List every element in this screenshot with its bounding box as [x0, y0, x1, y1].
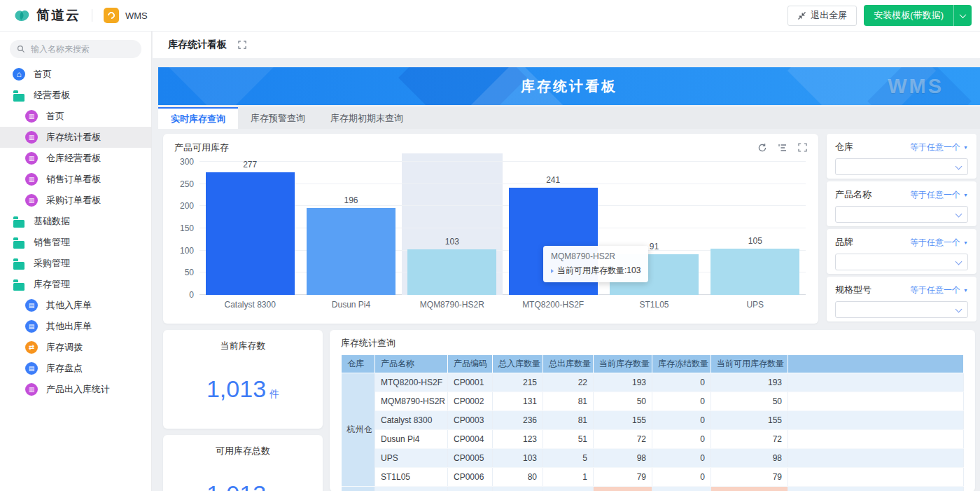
y-tick-label: 250	[167, 179, 194, 189]
filter-operator-link[interactable]: 等于任意一个▼	[910, 284, 968, 296]
stat-card-current-stock: 当前库存数 1,013件	[163, 330, 323, 429]
sidebar-item[interactable]: 仓库经营看板	[0, 148, 151, 169]
table-header-cell: 库存冻结数量	[652, 355, 711, 373]
sidebar-item[interactable]: 产品出入库统计	[0, 379, 151, 400]
sidebar-item[interactable]: 库存盘点	[0, 358, 151, 379]
fullscreen-expand-icon[interactable]	[238, 41, 246, 49]
chart-card: 产品可用库存 27719610324191105 050100150200250	[163, 134, 818, 324]
page-title-bar: 库存统计看板	[153, 32, 980, 58]
refresh-icon[interactable]	[757, 143, 767, 153]
sort-settings-icon[interactable]	[778, 143, 788, 153]
table-header-cell: 总入库数量	[493, 355, 543, 373]
stat-label: 当前库存数	[163, 340, 323, 352]
sidebar-item[interactable]: 库存调拨	[0, 337, 151, 358]
table-cell: 98	[711, 448, 788, 467]
filter-operator-link[interactable]: 等于任意一个▼	[910, 237, 968, 249]
sidebar-item[interactable]: 采购订单看板	[0, 190, 151, 211]
table-cell: 81	[543, 410, 594, 429]
filter-select[interactable]	[835, 206, 968, 223]
filter-label: 规格型号	[835, 284, 872, 296]
inventory-table: 仓库产品名称产品编码总入库数量总出库数量当前库存数量库存冻结数量当前可用库存数量…	[341, 355, 964, 491]
sidebar-search[interactable]	[10, 40, 141, 58]
page-title: 库存统计看板	[168, 39, 227, 51]
triangle-down-icon: ▼	[963, 145, 968, 150]
sidebar-item[interactable]: 其他出库单	[0, 316, 151, 337]
dashboard-icon	[25, 194, 38, 207]
bar-value-label: 105	[705, 236, 806, 246]
sidebar-item-label: 其他入库单	[46, 299, 92, 312]
sidebar-item-label: 首页	[34, 68, 52, 81]
table-row[interactable]: UPSCP0005103598098	[342, 448, 964, 467]
stat-label: 可用库存总数	[163, 445, 323, 457]
table-row[interactable]: 无锡仓MTQ8200-HS2FCP0001995148048	[342, 486, 964, 491]
banner-watermark: WMS	[888, 75, 944, 98]
tab-active[interactable]: 实时库存查询	[158, 107, 238, 129]
table-row[interactable]: ST1L05CP000680179079	[342, 467, 964, 486]
folder-icon	[13, 236, 25, 249]
warehouse-cell: 杭州仓	[342, 373, 375, 486]
sidebar-item[interactable]: 销售管理	[0, 232, 151, 253]
brand-name: 简道云	[36, 6, 80, 25]
table-cell-empty	[788, 392, 964, 410]
bar-slot[interactable]: 196	[300, 153, 401, 295]
stat-number: 1,013	[206, 480, 266, 491]
tab-inactive[interactable]: 库存预警查询	[238, 107, 318, 129]
sidebar-item[interactable]: 首页	[0, 106, 151, 127]
stat-value: 1,013件	[163, 480, 323, 491]
table-row[interactable]: Catalyst 8300CP0003236811550155	[342, 410, 964, 429]
table-row[interactable]: MQM8790-HS2RCP00021318150050	[342, 392, 964, 410]
filter-select[interactable]	[835, 158, 968, 175]
sidebar-item[interactable]: 首页	[0, 64, 151, 85]
filter-select[interactable]	[835, 254, 968, 270]
form-icon	[25, 299, 38, 312]
table-cell: 155	[594, 410, 652, 429]
bar-slot[interactable]: 277	[200, 153, 300, 295]
sidebar-item[interactable]: 采购管理	[0, 253, 151, 274]
table-cell: 51	[543, 429, 594, 448]
chevron-down-icon	[955, 258, 962, 265]
table-cell: 50	[594, 392, 652, 410]
exit-fullscreen-label: 退出全屏	[811, 9, 847, 22]
sidebar-item[interactable]: 其他入库单	[0, 295, 151, 316]
workspace-app-icon	[104, 8, 119, 23]
sidebar-item-label: 库存统计看板	[46, 131, 101, 144]
install-template-split-button[interactable]: 安装模板(带数据)	[864, 5, 972, 26]
bar-value-label: 196	[300, 195, 401, 205]
table-row[interactable]: 杭州仓MTQ8200-HS2FCP0001215221930193	[342, 373, 964, 392]
table-cell: 193	[594, 373, 652, 392]
exit-fullscreen-button[interactable]: 退出全屏	[788, 6, 857, 26]
sidebar-item[interactable]: 库存管理	[0, 274, 151, 295]
sidebar-item[interactable]: 经营看板	[0, 85, 151, 106]
table-cell: 98	[594, 448, 652, 467]
table-cell: 0	[652, 429, 711, 448]
expand-icon[interactable]	[798, 143, 807, 153]
tooltip-marker-icon	[551, 269, 554, 273]
chevron-down-icon	[955, 211, 962, 218]
dashboard-icon	[25, 383, 38, 396]
table-cell: 22	[543, 373, 594, 392]
x-tick-label: UPS	[705, 300, 806, 310]
main-content: 库存统计看板 库存统计看板 WMS 实时库存查询库存预警查询库存期初期末查询 产…	[153, 32, 980, 491]
table-header-row: 仓库产品名称产品编码总入库数量总出库数量当前库存数量库存冻结数量当前可用库存数量	[342, 355, 964, 373]
filter-operator-link[interactable]: 等于任意一个▼	[910, 141, 968, 153]
table-row[interactable]: Dusun Pi4CP00041235172072	[342, 429, 964, 448]
bar-slot[interactable]: 103	[402, 153, 503, 295]
tab-inactive[interactable]: 库存期初期末查询	[318, 107, 416, 129]
folder-open-icon	[13, 278, 25, 291]
table-body: 杭州仓MTQ8200-HS2FCP0001215221930193MQM8790…	[342, 373, 964, 491]
y-tick-label: 100	[167, 246, 194, 256]
triangle-down-icon: ▼	[963, 288, 968, 293]
search-input[interactable]	[29, 43, 127, 55]
sidebar-item[interactable]: 基础数据	[0, 211, 151, 232]
bar-slot[interactable]: 105	[705, 153, 806, 295]
filter-operator-link[interactable]: 等于任意一个▼	[910, 189, 968, 201]
install-template-button[interactable]: 安装模板(带数据)	[864, 5, 953, 26]
table-cell: MTQ8200-HS2F	[375, 373, 448, 392]
filter-select[interactable]	[835, 301, 968, 318]
table-cell: 0	[652, 467, 711, 486]
sidebar-item[interactable]: 库存统计看板	[0, 127, 151, 148]
install-template-dropdown-button[interactable]	[953, 5, 972, 26]
y-tick-label: 0	[167, 290, 194, 300]
folder-icon	[13, 215, 25, 228]
sidebar-item[interactable]: 销售订单看板	[0, 169, 151, 190]
